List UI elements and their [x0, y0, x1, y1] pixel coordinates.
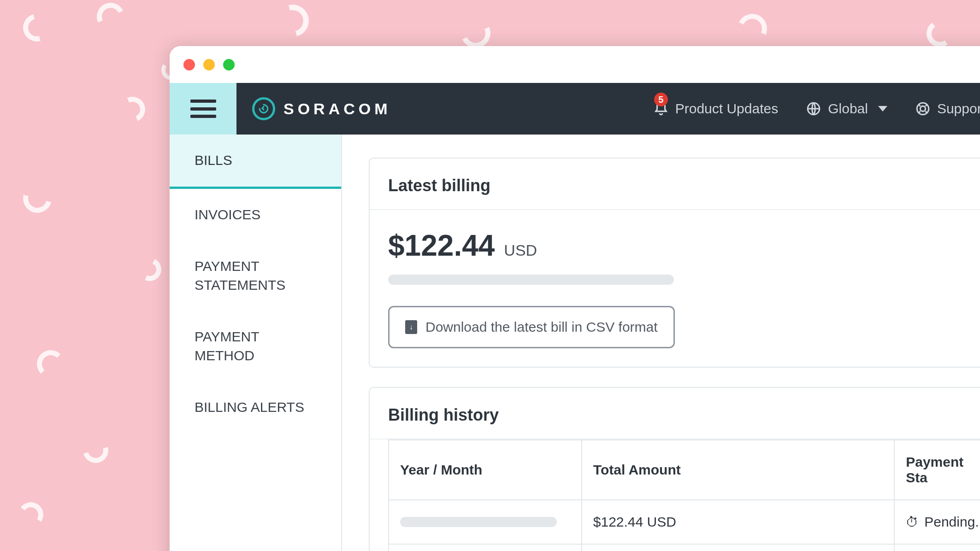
window-maximize-button[interactable]	[223, 59, 235, 70]
svg-point-2	[920, 106, 925, 111]
latest-billing-card: Latest billing $122.44 USD Download the …	[369, 158, 980, 368]
brand-name: SORACOM	[283, 100, 391, 118]
product-updates-button[interactable]: 5 Product Updates	[639, 101, 792, 117]
sidebar-item-bills[interactable]: BILLS	[170, 135, 341, 189]
loading-placeholder	[388, 275, 674, 285]
topbar: SORACOM 5 Product Updates Global Support	[170, 83, 980, 135]
latest-billing-currency: USD	[504, 241, 537, 259]
menu-toggle-button[interactable]	[170, 83, 236, 135]
sidebar-item-payment-statements[interactable]: PAYMENT STATEMENTS	[170, 240, 341, 311]
app-window: SORACOM 5 Product Updates Global Support	[170, 46, 980, 551]
col-total-amount: Total Amount	[582, 440, 894, 500]
latest-billing-title: Latest billing	[370, 158, 980, 210]
stopwatch-icon: ⏱	[906, 515, 919, 530]
billing-history-card: Billing history Year / Month Total Amoun…	[369, 387, 980, 551]
region-selector[interactable]: Global	[792, 101, 901, 117]
billing-history-table: Year / Month Total Amount Payment Sta $1…	[388, 440, 980, 551]
titlebar	[170, 46, 980, 83]
bell-icon: 5	[653, 101, 669, 117]
region-label: Global	[828, 101, 868, 117]
sidebar-item-payment-method[interactable]: PAYMENT METHOD	[170, 311, 341, 381]
sidebar-item-billing-alerts[interactable]: BILLING ALERTS	[170, 381, 341, 434]
globe-icon	[806, 101, 821, 117]
sidebar-item-invoices[interactable]: INVOICES	[170, 189, 341, 241]
main-content: Latest billing $122.44 USD Download the …	[342, 135, 980, 551]
file-download-icon	[405, 320, 417, 334]
col-payment-status: Payment Sta	[894, 440, 980, 500]
brand[interactable]: SORACOM	[236, 97, 391, 120]
support-button[interactable]: Support	[901, 101, 980, 117]
cell-total-amount: $183.98 USD	[582, 544, 894, 551]
support-icon	[915, 101, 931, 117]
download-csv-button[interactable]: Download the latest bill in CSV format	[388, 306, 675, 348]
col-year-month: Year / Month	[389, 440, 582, 500]
brand-logo-icon	[252, 97, 275, 120]
status-label: Pending..	[924, 514, 980, 530]
window-close-button[interactable]	[183, 59, 195, 70]
hamburger-icon	[190, 100, 216, 118]
loading-placeholder	[400, 517, 557, 527]
window-minimize-button[interactable]	[203, 59, 215, 70]
download-csv-label: Download the latest bill in CSV format	[425, 319, 658, 335]
table-row[interactable]: $122.44 USD ⏱ Pending..	[389, 500, 980, 544]
table-header-row: Year / Month Total Amount Payment Sta	[389, 440, 980, 500]
billing-history-title: Billing history	[370, 388, 980, 440]
sidebar: BILLS INVOICES PAYMENT STATEMENTS PAYMEN…	[170, 135, 342, 551]
product-updates-label: Product Updates	[675, 101, 778, 117]
cell-total-amount: $122.44 USD	[582, 500, 894, 544]
updates-badge: 5	[654, 93, 668, 106]
latest-billing-amount: $122.44	[388, 229, 495, 263]
table-row[interactable]: $183.98 USD ✓ Paid	[389, 544, 980, 551]
support-label: Support	[937, 101, 980, 117]
chevron-down-icon	[878, 106, 887, 111]
